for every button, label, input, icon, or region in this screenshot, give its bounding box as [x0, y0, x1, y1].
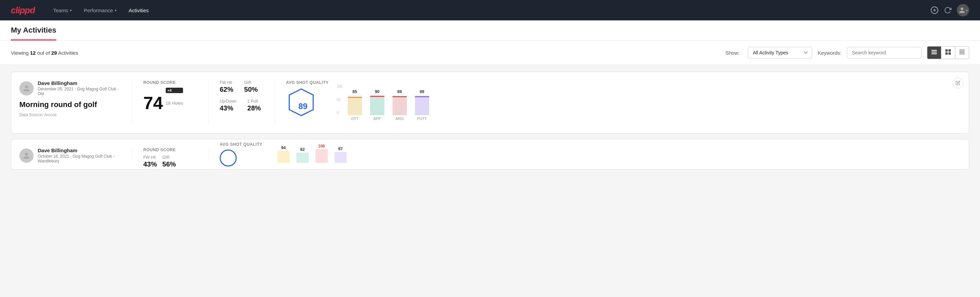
svg-rect-7 — [948, 49, 951, 52]
add-button[interactable] — [931, 6, 939, 14]
chevron-down-icon: ▾ — [115, 8, 116, 12]
stat-value: 50% — [244, 86, 258, 93]
round-score-section-2: Round Score FW Hit 43% GIR 56% — [143, 147, 197, 161]
stat-label: GIR — [244, 80, 258, 85]
avatar-2 — [19, 148, 33, 163]
bar-fill-ott — [348, 98, 362, 115]
bar-track-ott — [348, 95, 362, 115]
bar-ott: 85 — [348, 89, 362, 115]
score-number: 74 — [143, 94, 163, 112]
list-view-button[interactable] — [928, 46, 941, 59]
page-title: My Activities — [11, 26, 56, 40]
viewing-suffix: Activities — [58, 50, 78, 56]
navbar: clippd Teams ▾ Performance ▾ Activities — [0, 0, 980, 21]
nav-item-performance[interactable]: Performance ▾ — [79, 5, 121, 16]
svg-rect-8 — [945, 52, 948, 55]
bar-arg: 89 — [393, 89, 407, 115]
bar-ott-2: 94 — [277, 145, 290, 163]
chart-labels: OTT APP ARG PUTT — [337, 117, 961, 121]
card-divider-2 — [208, 80, 209, 125]
nav-performance-label: Performance — [84, 8, 113, 13]
svg-rect-3 — [931, 50, 937, 51]
stats-section: FW Hit 62% GIR 50% Up/Down 43% 1 Putt 28… — [220, 80, 264, 125]
svg-rect-5 — [931, 53, 937, 54]
svg-rect-10 — [959, 50, 965, 50]
page-header: My Activities — [0, 21, 980, 41]
user-details: Dave Billingham December 05, 2021 · Gog … — [38, 80, 121, 96]
stat-label: 1 Putt — [247, 99, 261, 104]
card-divider-c2 — [132, 147, 132, 161]
bar-app: 90 — [370, 89, 384, 115]
bar-value-putt-2: 87 — [338, 147, 343, 151]
stats-row-1: FW Hit 62% GIR 50% — [220, 80, 264, 93]
y-label-0: 0 — [337, 111, 343, 115]
compact-view-button[interactable] — [955, 46, 969, 59]
avatar — [19, 81, 33, 96]
stat-fw-hit: FW Hit 62% — [220, 80, 233, 93]
svg-rect-12 — [959, 52, 965, 53]
bar-value-putt: 89 — [420, 89, 424, 94]
nav-activities-label: Activities — [129, 8, 149, 13]
score-badge: +4 — [166, 88, 183, 93]
refresh-button[interactable] — [944, 6, 951, 14]
bar-arg-2: 106 — [315, 144, 328, 163]
grid-view-button[interactable] — [941, 46, 955, 59]
nav-item-teams[interactable]: Teams ▾ — [49, 5, 76, 16]
chart-label-putt: PUTT — [415, 117, 429, 121]
svg-rect-11 — [959, 51, 965, 52]
chart-label-arg: ARG — [393, 117, 407, 121]
bar-fill-app — [370, 97, 384, 115]
holes-label: 18 Holes — [166, 101, 183, 106]
score-stats-row: FW Hit 43% GIR 56% — [143, 155, 197, 168]
hex-score: 89 — [299, 102, 308, 111]
y-label-100: 100 — [337, 85, 343, 88]
show-label: Show: — [725, 50, 740, 56]
svg-rect-6 — [945, 49, 948, 52]
stat-label-3: GIR — [162, 155, 176, 160]
activity-card: Dave Billingham December 05, 2021 · Gog … — [11, 72, 969, 134]
bar-value-app-2: 82 — [300, 147, 305, 152]
bar-value-app: 90 — [375, 89, 379, 94]
bars-container: 85 90 — [348, 90, 429, 115]
card-divider-c2b — [208, 147, 209, 161]
viewing-label: Viewing — [11, 50, 29, 56]
bars-container-2: 94 82 106 87 — [277, 146, 347, 163]
stat-value: 28% — [247, 104, 261, 112]
stat-value-3: 56% — [162, 160, 176, 168]
bar-marker-arg — [393, 96, 407, 97]
round-score-label: Round Score — [143, 80, 197, 85]
search-input[interactable] — [847, 47, 921, 59]
user-info-2: Dave Billingham October 16, 2021 · Gog M… — [19, 147, 121, 163]
brand-logo[interactable]: clippd — [11, 5, 35, 16]
viewing-text: Viewing 12 out of 29 Activities — [11, 50, 720, 56]
stat-label-2: FW Hit — [143, 155, 157, 160]
bar-value-ott: 85 — [353, 89, 357, 94]
bar-fill-arg — [393, 97, 407, 115]
bar-value-arg-2: 106 — [318, 144, 325, 148]
user-info: Dave Billingham December 05, 2021 · Gog … — [19, 80, 121, 96]
profile-chevron: ▾ — [966, 8, 968, 12]
y-axis: 100 50 0 — [337, 85, 343, 115]
hex-container-2 — [220, 150, 237, 166]
score-main: 74 +4 18 Holes — [143, 88, 197, 112]
avg-shot-quality-section: Avg Shot Quality 89 100 50 0 — [286, 80, 961, 125]
card-left: Dave Billingham December 05, 2021 · Gog … — [19, 80, 121, 125]
bar-putt-2: 87 — [334, 147, 347, 163]
user-avatar[interactable]: ▾ — [957, 4, 969, 16]
user-date-2: October 16, 2021 · Gog Magog Golf Club -… — [38, 154, 121, 163]
svg-rect-13 — [959, 54, 965, 54]
chevron-down-icon: ▾ — [70, 8, 72, 12]
card-left-2: Dave Billingham October 16, 2021 · Gog M… — [19, 147, 121, 161]
viewing-count: 12 — [30, 50, 36, 56]
bar-fill-arg-2 — [315, 149, 328, 163]
nav-right-actions: ▾ — [931, 4, 969, 16]
stat-label: FW Hit — [220, 80, 233, 85]
stat-value-2: 43% — [143, 160, 157, 168]
stat-gir-2: GIR 56% — [162, 155, 176, 168]
stat-value: 43% — [220, 104, 236, 112]
round-score-section: Round Score 74 +4 18 Holes — [143, 80, 197, 125]
quality-section-2: Avg Shot Quality 94 82 106 87 — [220, 147, 961, 161]
nav-item-activities[interactable]: Activities — [124, 5, 153, 16]
round-score-label-2: Round Score — [143, 147, 197, 152]
activity-type-select[interactable]: All Activity Types — [748, 47, 812, 59]
